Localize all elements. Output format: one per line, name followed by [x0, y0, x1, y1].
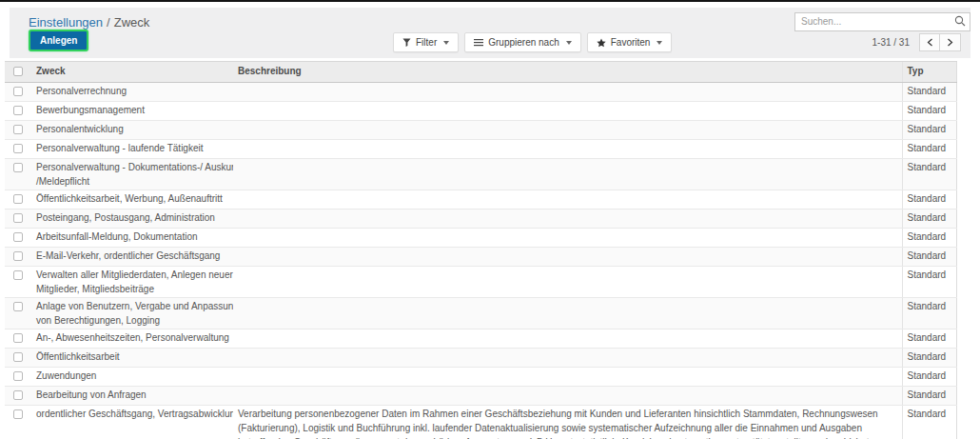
column-header-zweck[interactable]: Zweck: [31, 62, 233, 83]
cell-beschreibung[interactable]: [233, 102, 902, 121]
pager-prev-button[interactable]: [919, 33, 940, 51]
cell-typ[interactable]: Standard: [902, 159, 956, 190]
cell-zweck[interactable]: Verwalten aller Mitgliederdaten, Anlegen…: [31, 267, 233, 298]
cell-zweck[interactable]: ordentlicher Geschäftsgang, Vertragsabwi…: [31, 406, 233, 439]
breadcrumb-link-einstellungen[interactable]: Einstellungen: [29, 15, 103, 30]
cell-zweck[interactable]: Arbeitsunfall-Meldung, Dokumentation: [31, 229, 233, 248]
table-row[interactable]: Personalverwaltung - Dokumentations-/ Au…: [5, 159, 956, 190]
chevron-right-icon: [947, 38, 953, 47]
cell-beschreibung[interactable]: [233, 248, 902, 267]
column-header-beschreibung[interactable]: Beschreibung: [233, 62, 902, 83]
cell-beschreibung[interactable]: [233, 83, 902, 102]
cell-typ[interactable]: Standard: [902, 229, 956, 248]
cell-beschreibung[interactable]: [233, 229, 902, 248]
cell-beschreibung[interactable]: [233, 210, 902, 229]
create-button[interactable]: Anlegen: [29, 30, 88, 51]
control-panel: Einstellungen/Zweck Anlegen Filter Grupp…: [10, 8, 970, 58]
row-checkbox[interactable]: [13, 213, 23, 223]
cell-typ[interactable]: Standard: [902, 387, 956, 406]
row-checkbox[interactable]: [13, 352, 23, 362]
cell-zweck[interactable]: Posteingang, Postausgang, Administration: [31, 210, 233, 229]
cell-zweck[interactable]: E-Mail-Verkehr, ordentlicher Geschäftsga…: [31, 248, 233, 267]
select-all-checkbox[interactable]: [13, 67, 23, 76]
cell-zweck[interactable]: Personalverwaltung - Dokumentations-/ Au…: [31, 159, 233, 190]
cell-zweck[interactable]: Personalentwicklung: [31, 121, 233, 140]
table-row[interactable]: E-Mail-Verkehr, ordentlicher Geschäftsga…: [5, 248, 956, 267]
table-row[interactable]: ordentlicher Geschäftsgang, Vertragsabwi…: [5, 406, 956, 439]
cell-typ[interactable]: Standard: [902, 210, 956, 229]
table-row[interactable]: PersonalentwicklungStandard: [5, 121, 956, 140]
row-checkbox[interactable]: [13, 270, 23, 280]
cell-zweck[interactable]: Personalverwaltung - laufende Tätigkeit: [31, 140, 233, 159]
row-checkbox[interactable]: [13, 251, 23, 261]
cell-typ[interactable]: Standard: [902, 190, 956, 210]
funnel-icon: [402, 38, 411, 47]
cell-beschreibung[interactable]: [233, 329, 902, 349]
row-checkbox[interactable]: [13, 87, 23, 96]
row-checkbox[interactable]: [13, 409, 23, 419]
table-row[interactable]: Arbeitsunfall-Meldung, DokumentationStan…: [5, 229, 956, 248]
row-checkbox[interactable]: [13, 144, 23, 153]
search-input[interactable]: [794, 12, 970, 31]
cell-beschreibung[interactable]: [233, 140, 902, 159]
magnifier-icon[interactable]: [954, 15, 966, 27]
table-row[interactable]: An-, Abwesenheitszeiten, Personalverwalt…: [5, 329, 956, 349]
table-row[interactable]: Öffentlichkeitsarbeit, Werbung, Außenauf…: [5, 190, 956, 210]
cell-beschreibung[interactable]: [233, 267, 902, 298]
cell-beschreibung[interactable]: [233, 298, 902, 329]
cell-zweck[interactable]: Personalverrechnung: [31, 83, 233, 102]
cell-beschreibung[interactable]: [233, 121, 902, 140]
cell-beschreibung[interactable]: [233, 349, 902, 368]
cell-typ[interactable]: Standard: [902, 121, 956, 140]
view-toolbar: Filter Gruppieren nach Favoriten: [393, 32, 672, 52]
cell-typ[interactable]: Standard: [902, 83, 956, 102]
table-row[interactable]: ÖffentlichkeitsarbeitStandard: [5, 349, 956, 368]
row-checkbox[interactable]: [13, 371, 23, 381]
cell-beschreibung[interactable]: [233, 190, 902, 210]
cell-typ[interactable]: Standard: [902, 102, 956, 121]
row-checkbox[interactable]: [13, 232, 23, 242]
table-row[interactable]: BewerbungsmanagementStandard: [5, 102, 956, 121]
cell-zweck[interactable]: Öffentlichkeitsarbeit: [31, 349, 233, 368]
cell-typ[interactable]: Standard: [902, 267, 956, 298]
cell-beschreibung[interactable]: [233, 387, 902, 406]
cell-typ[interactable]: Standard: [902, 368, 956, 387]
favorites-button[interactable]: Favoriten: [587, 32, 673, 52]
cell-typ[interactable]: Standard: [902, 298, 956, 329]
row-checkbox[interactable]: [13, 194, 23, 204]
cell-beschreibung[interactable]: Verarbeitung personenbezogener Daten im …: [233, 406, 902, 439]
table-row[interactable]: Personalverwaltung - laufende TätigkeitS…: [5, 140, 956, 159]
row-checkbox[interactable]: [13, 390, 23, 400]
cell-zweck[interactable]: Anlage von Benutzern, Vergabe und Anpass…: [31, 298, 233, 329]
cell-zweck[interactable]: Bearbeitung von Anfragen: [31, 387, 233, 406]
row-checkbox[interactable]: [13, 163, 23, 172]
breadcrumb-separator: /: [107, 15, 110, 30]
table-row[interactable]: Anlage von Benutzern, Vergabe und Anpass…: [5, 298, 956, 329]
table-row[interactable]: ZuwendungenStandard: [5, 368, 956, 387]
cell-typ[interactable]: Standard: [902, 140, 956, 159]
table-row[interactable]: Bearbeitung von AnfragenStandard: [5, 387, 956, 406]
cell-zweck[interactable]: Öffentlichkeitsarbeit, Werbung, Außenauf…: [31, 190, 233, 210]
column-header-typ[interactable]: Typ: [902, 62, 956, 83]
cell-zweck[interactable]: Zuwendungen: [31, 368, 233, 387]
cell-typ[interactable]: Standard: [902, 248, 956, 267]
row-checkbox[interactable]: [13, 125, 23, 134]
row-checkbox[interactable]: [13, 106, 23, 115]
cell-zweck[interactable]: An-, Abwesenheitszeiten, Personalverwalt…: [31, 329, 233, 349]
pager-next-button[interactable]: [940, 33, 961, 51]
table-body: PersonalverrechnungStandardBewerbungsman…: [5, 83, 956, 439]
cell-zweck[interactable]: Bewerbungsmanagement: [31, 102, 233, 121]
cell-beschreibung[interactable]: [233, 159, 902, 190]
row-checkbox[interactable]: [13, 302, 23, 311]
cell-typ[interactable]: Standard: [902, 329, 956, 349]
group-by-button[interactable]: Gruppieren nach: [464, 32, 581, 52]
filter-button[interactable]: Filter: [393, 32, 459, 52]
cell-typ[interactable]: Standard: [902, 406, 956, 439]
cell-typ[interactable]: Standard: [902, 349, 956, 368]
table-row[interactable]: PersonalverrechnungStandard: [5, 83, 956, 102]
breadcrumb-current: Zweck: [114, 15, 150, 30]
table-row[interactable]: Verwalten aller Mitgliederdaten, Anlegen…: [5, 267, 956, 298]
cell-beschreibung[interactable]: [233, 368, 902, 387]
row-checkbox[interactable]: [13, 333, 23, 343]
table-row[interactable]: Posteingang, Postausgang, Administration…: [5, 210, 956, 229]
